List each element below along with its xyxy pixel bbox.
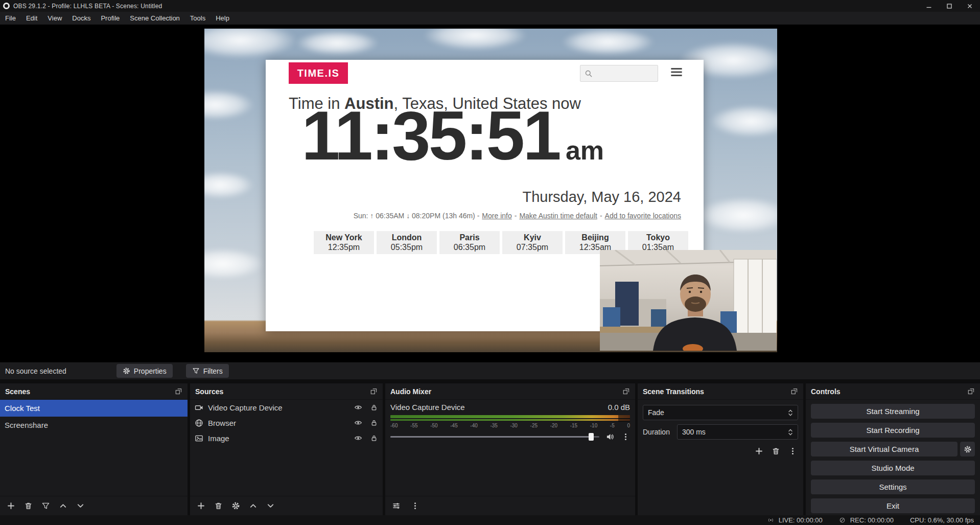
mixer-menu-button kebab-icon[interactable] — [411, 501, 419, 510]
move-scene-up-button chevron-up-icon[interactable] — [59, 501, 67, 510]
eye-icon visibility-toggle[interactable] — [354, 403, 362, 412]
remove-transition-button trash-icon[interactable] — [772, 447, 780, 455]
globe-icon — [195, 419, 203, 427]
spinner-arrows-icon[interactable] — [788, 428, 793, 437]
close-icon — [967, 3, 973, 9]
sources-panel: Sources Video Capture Device Browser — [190, 383, 383, 515]
start-recording-button[interactable]: Start Recording — [811, 423, 975, 438]
menu-file[interactable]: File — [0, 12, 21, 25]
filters-button[interactable]: Filters — [186, 364, 229, 378]
start-virtual-camera-button[interactable]: Start Virtual Camera — [811, 442, 958, 456]
cloud — [204, 90, 253, 120]
audio-mixer-title: Audio Mixer — [390, 387, 431, 396]
scene-item-screenshare[interactable]: Screenshare — [0, 417, 188, 433]
virtual-camera-config-button[interactable] — [960, 442, 975, 456]
preview-area: TIME.IS Time in Austin, Texas, United St… — [0, 25, 980, 362]
audio-mixer-panel: Audio Mixer Video Capture Device 0.0 dB … — [385, 383, 635, 515]
popout-icon[interactable] — [790, 387, 798, 395]
hamburger-menu-button[interactable] — [670, 66, 683, 78]
popout-icon[interactable] — [622, 387, 630, 395]
cloud — [204, 29, 296, 58]
maximize-button[interactable] — [939, 0, 960, 12]
source-item-browser[interactable]: Browser — [190, 415, 383, 430]
minimize-button[interactable] — [919, 0, 939, 12]
lock-icon lock-toggle[interactable] — [370, 403, 378, 412]
add-scene-button plus-icon[interactable] — [7, 501, 15, 510]
scene-item-clock-test[interactable]: Clock Test — [0, 400, 188, 417]
cloud — [296, 31, 378, 55]
world-clock-paris[interactable]: Paris06:35pm — [439, 231, 500, 254]
move-source-down-button chevron-down-icon[interactable] — [266, 501, 275, 510]
chevron-up-down-icon — [788, 408, 793, 417]
scene-filters-button funnel-icon[interactable] — [41, 501, 50, 510]
studio-mode-button[interactable]: Studio Mode — [811, 461, 975, 475]
more-info-link[interactable]: More info — [482, 212, 511, 220]
meridiem: am — [566, 137, 604, 164]
scene-transitions-panel: Scene Transitions Fade Duration 300 ms — [638, 383, 803, 515]
make-default-link[interactable]: Make Austin time default — [519, 212, 597, 220]
menu-help[interactable]: Help — [211, 12, 235, 25]
camera-icon — [195, 403, 203, 412]
image-icon — [195, 434, 203, 443]
transition-menu-button kebab-icon[interactable] — [788, 447, 797, 455]
menu-edit[interactable]: Edit — [21, 12, 42, 25]
cloud — [204, 248, 264, 279]
timeis-search-input[interactable] — [596, 69, 654, 78]
webcam-source[interactable] — [600, 250, 777, 351]
properties-button[interactable]: Properties — [116, 364, 173, 378]
remove-source-button trash-icon[interactable] — [214, 501, 223, 510]
lock-icon lock-toggle[interactable] — [370, 419, 378, 427]
mixer-level-db: 0.0 dB — [608, 403, 630, 412]
volume-meter — [390, 415, 630, 422]
scenes-panel: Scenes Clock Test Screenshare — [0, 383, 188, 515]
menu-scene-collection[interactable]: Scene Collection — [125, 12, 185, 25]
advanced-audio-button sliders-icon[interactable] — [392, 501, 401, 510]
settings-button[interactable]: Settings — [811, 480, 975, 494]
start-streaming-button[interactable]: Start Streaming — [811, 404, 975, 419]
menu-profile[interactable]: Profile — [96, 12, 125, 25]
world-clock-london[interactable]: London05:35pm — [377, 231, 437, 254]
menu-view[interactable]: View — [42, 12, 67, 25]
mixer-device-name: Video Capture Device — [390, 403, 465, 412]
add-favorite-link[interactable]: Add to favorite locations — [605, 212, 681, 220]
volume-slider[interactable] — [390, 433, 599, 441]
move-source-up-button chevron-up-icon[interactable] — [249, 501, 258, 510]
popout-icon[interactable] — [370, 387, 378, 395]
popout-icon[interactable] — [175, 387, 182, 395]
menu-docks[interactable]: Docks — [67, 12, 96, 25]
duration-input[interactable]: 300 ms — [677, 424, 798, 440]
popout-icon[interactable] — [967, 387, 975, 395]
menu-tools[interactable]: Tools — [185, 12, 211, 25]
rec-timer: REC: 00:00:00 — [850, 516, 894, 524]
world-clock-kyiv[interactable]: Kyiv07:35pm — [502, 231, 563, 254]
sources-panel-title: Sources — [195, 387, 223, 396]
source-item-image[interactable]: Image — [190, 430, 383, 446]
speaker-icon mute-toggle[interactable] — [606, 432, 615, 441]
cloud — [710, 105, 777, 137]
timeis-logo[interactable]: TIME.IS — [289, 62, 348, 84]
gear-icon — [123, 367, 130, 375]
cpu-fps-stats: CPU: 0.6%, 30.00 fps — [910, 516, 974, 524]
controls-panel: Controls Start Streaming Start Recording… — [806, 383, 980, 515]
duration-label: Duration — [643, 428, 670, 436]
add-transition-button plus-icon[interactable] — [755, 447, 763, 455]
remove-scene-button trash-icon[interactable] — [24, 501, 33, 510]
volume-slider-handle[interactable] — [589, 433, 594, 441]
exit-button[interactable]: Exit — [811, 498, 975, 513]
source-item-video-capture[interactable]: Video Capture Device — [190, 400, 383, 415]
title-bar: OBS 29.1.2 - Profile: LLHLS BETA - Scene… — [0, 0, 980, 12]
world-clock-new-york[interactable]: New York12:35pm — [314, 231, 374, 254]
eye-icon visibility-toggle[interactable] — [354, 419, 362, 427]
scenes-panel-title: Scenes — [5, 387, 30, 396]
transition-select[interactable]: Fade — [643, 405, 798, 420]
eye-icon visibility-toggle[interactable] — [354, 434, 362, 442]
status-bar: LIVE: 00:00:00 REC: 00:00:00 CPU: 0.6%, … — [0, 515, 980, 525]
close-button[interactable] — [960, 0, 980, 12]
move-scene-down-button chevron-down-icon[interactable] — [76, 501, 85, 510]
add-source-button plus-icon[interactable] — [197, 501, 205, 510]
kebab-icon mixer-item-menu[interactable] — [621, 432, 630, 441]
scene-transitions-title: Scene Transitions — [643, 387, 704, 396]
lock-icon lock-toggle[interactable] — [370, 434, 378, 442]
source-properties-button gear-icon[interactable] — [231, 501, 240, 510]
timeis-search-box[interactable] — [580, 65, 658, 82]
